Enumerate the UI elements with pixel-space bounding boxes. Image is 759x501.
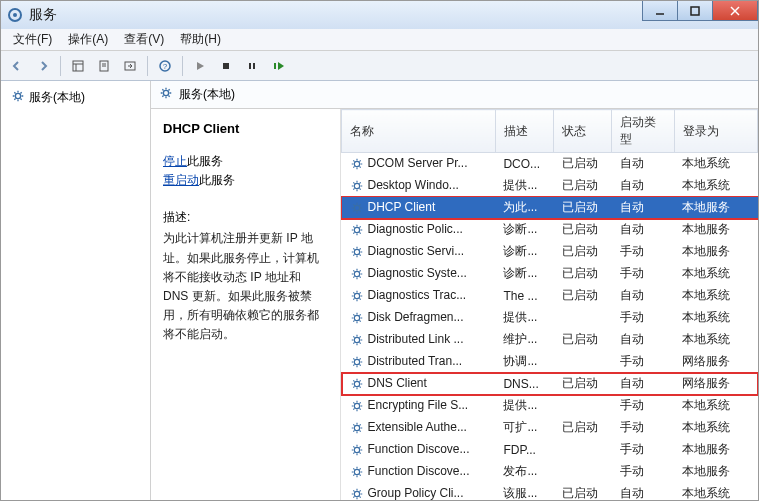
menu-file[interactable]: 文件(F) (5, 29, 60, 50)
table-row[interactable]: Distributed Link ...维护...已启动自动本地系统 (342, 329, 758, 351)
cell-status: 已启动 (554, 241, 612, 263)
maximize-button[interactable] (677, 1, 713, 21)
col-header-logon[interactable]: 登录为 (674, 110, 757, 153)
table-row[interactable]: Diagnostic Polic...诊断...已启动自动本地服务 (342, 219, 758, 241)
svg-rect-18 (253, 63, 255, 69)
stop-service-button[interactable] (214, 54, 238, 78)
back-button[interactable] (5, 54, 29, 78)
svg-point-29 (354, 293, 359, 298)
cell-desc: 提供... (495, 395, 553, 417)
restart-service-suffix: 此服务 (199, 173, 235, 187)
main-header: 服务(本地) (151, 81, 758, 109)
table-row[interactable]: Disk Defragmen...提供...手动本地系统 (342, 307, 758, 329)
svg-point-34 (354, 403, 359, 408)
table-row[interactable]: DHCP Client为此...已启动自动本地服务 (342, 197, 758, 219)
cell-start: 手动 (612, 461, 674, 483)
cell-logon: 本地服务 (674, 197, 757, 219)
close-button[interactable] (712, 1, 758, 21)
menu-view[interactable]: 查看(V) (116, 29, 172, 50)
show-hide-button[interactable] (66, 54, 90, 78)
restart-service-link[interactable]: 重启动 (163, 173, 199, 187)
help-button[interactable]: ? (153, 54, 177, 78)
gear-icon (350, 267, 364, 281)
svg-point-36 (354, 447, 359, 452)
table-row[interactable]: Group Policy Cli...该服...已启动自动本地系统 (342, 483, 758, 501)
table-row[interactable]: Extensible Authe...可扩...已启动手动本地系统 (342, 417, 758, 439)
cell-logon: 本地系统 (674, 417, 757, 439)
cell-start: 自动 (612, 483, 674, 501)
cell-start: 手动 (612, 417, 674, 439)
svg-point-27 (354, 249, 359, 254)
gear-icon (11, 89, 25, 106)
cell-name: Distributed Link ... (342, 329, 496, 351)
table-row[interactable]: Function Discove...发布...手动本地服务 (342, 461, 758, 483)
cell-status (554, 395, 612, 417)
main-content: DHCP Client 停止此服务 重启动此服务 描述: 为此计算机注册并更新 … (151, 109, 758, 500)
gear-icon (350, 311, 364, 325)
cell-logon: 网络服务 (674, 373, 757, 395)
table-row[interactable]: DNS ClientDNS...已启动自动网络服务 (342, 373, 758, 395)
main-panel: 服务(本地) DHCP Client 停止此服务 重启动此服务 描述: 为此计算… (151, 81, 758, 500)
gear-icon (350, 179, 364, 193)
col-header-name[interactable]: 名称 (342, 110, 496, 153)
cell-status: 已启动 (554, 153, 612, 175)
cell-status: 已启动 (554, 373, 612, 395)
stop-service-link[interactable]: 停止 (163, 154, 187, 168)
svg-point-30 (354, 315, 359, 320)
col-header-start[interactable]: 启动类型 (612, 110, 674, 153)
col-header-desc[interactable]: 描述 (495, 110, 553, 153)
gear-icon (350, 245, 364, 259)
restart-service-button[interactable] (266, 54, 290, 78)
menu-help[interactable]: 帮助(H) (172, 29, 229, 50)
cell-desc: 可扩... (495, 417, 553, 439)
cell-logon: 本地系统 (674, 263, 757, 285)
table-row[interactable]: DCOM Server Pr...DCO...已启动自动本地系统 (342, 153, 758, 175)
cell-start: 手动 (612, 351, 674, 373)
toolbar-separator (147, 56, 148, 76)
cell-status: 已启动 (554, 483, 612, 501)
table-row[interactable]: Diagnostic Syste...诊断...已启动手动本地系统 (342, 263, 758, 285)
cell-name: DHCP Client (342, 197, 496, 219)
svg-rect-3 (691, 7, 699, 15)
cell-start: 自动 (612, 153, 674, 175)
menu-action[interactable]: 操作(A) (60, 29, 116, 50)
detail-desc: 为此计算机注册并更新 IP 地址。如果此服务停止，计算机将不能接收动态 IP 地… (163, 229, 328, 344)
cell-status: 已启动 (554, 285, 612, 307)
table-row[interactable]: Encrypting File S...提供...手动本地系统 (342, 395, 758, 417)
table-row[interactable]: Distributed Tran...协调...手动网络服务 (342, 351, 758, 373)
cell-status: 已启动 (554, 219, 612, 241)
svg-marker-15 (197, 62, 204, 70)
pause-service-button[interactable] (240, 54, 264, 78)
cell-desc: 提供... (495, 307, 553, 329)
table-row[interactable]: Diagnostic Servi...诊断...已启动手动本地服务 (342, 241, 758, 263)
svg-rect-17 (249, 63, 251, 69)
sidebar-item-services-local[interactable]: 服务(本地) (7, 87, 144, 108)
forward-button[interactable] (31, 54, 55, 78)
col-header-status[interactable]: 状态 (554, 110, 612, 153)
gear-icon (350, 443, 364, 457)
sidebar-item-label: 服务(本地) (29, 89, 85, 106)
cell-start: 自动 (612, 175, 674, 197)
table-row[interactable]: Function Discove...FDP...手动本地服务 (342, 439, 758, 461)
svg-rect-19 (274, 63, 276, 69)
cell-logon: 本地系统 (674, 483, 757, 501)
cell-start: 手动 (612, 307, 674, 329)
cell-name: Diagnostics Trac... (342, 285, 496, 307)
properties-button[interactable] (92, 54, 116, 78)
window-title: 服务 (29, 6, 57, 24)
title-bar: 服务 (1, 1, 758, 29)
svg-point-24 (354, 183, 359, 188)
cell-desc: FDP... (495, 439, 553, 461)
cell-logon: 本地系统 (674, 395, 757, 417)
cell-logon: 本地系统 (674, 153, 757, 175)
detail-actions: 停止此服务 重启动此服务 (163, 152, 328, 190)
table-row[interactable]: Desktop Windo...提供...已启动自动本地系统 (342, 175, 758, 197)
table-row[interactable]: Diagnostics Trac...The ...已启动自动本地系统 (342, 285, 758, 307)
start-service-button[interactable] (188, 54, 212, 78)
cell-desc: The ... (495, 285, 553, 307)
service-table-wrap[interactable]: 名称 描述 状态 启动类型 登录为 DCOM Server Pr...DCO..… (341, 109, 758, 500)
minimize-button[interactable] (642, 1, 678, 21)
cell-name: Extensible Authe... (342, 417, 496, 439)
cell-name: DCOM Server Pr... (342, 153, 496, 175)
export-button[interactable] (118, 54, 142, 78)
